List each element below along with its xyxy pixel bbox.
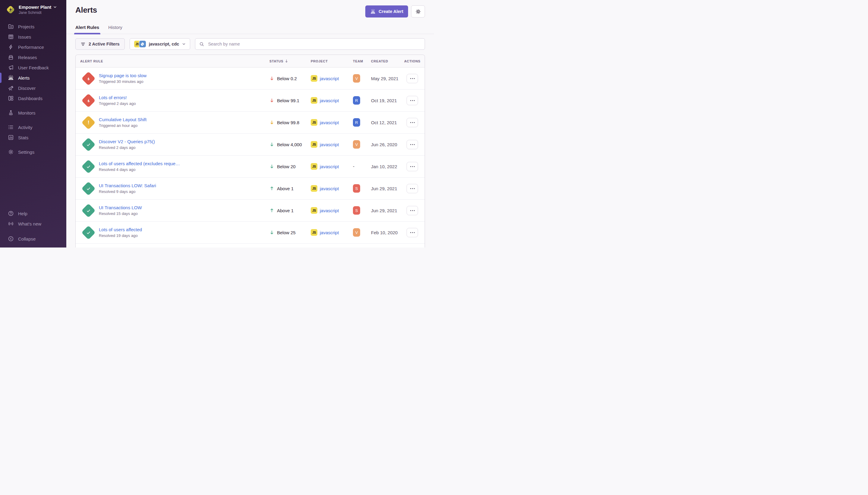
tab-alert-rules[interactable]: Alert Rules (75, 22, 99, 34)
team-avatar: S (353, 206, 360, 215)
javascript-badge-icon: JS (311, 75, 317, 82)
sidebar-item-label: Issues (18, 34, 31, 39)
alert-rule-detail: Triggered 2 days ago (99, 101, 136, 106)
alert-rule-link[interactable]: Lots of errors! (99, 95, 136, 100)
resolved-status-icon (81, 182, 96, 195)
row-actions-button[interactable] (406, 96, 418, 105)
sidebar-item-projects[interactable]: Projects (0, 21, 66, 32)
row-actions-button[interactable] (406, 184, 418, 193)
resolved-status-icon (81, 204, 96, 218)
status-value: Above 1 (277, 208, 294, 213)
sidebar-item-label: Stats (18, 135, 28, 140)
project-selector[interactable]: JS javascript, cdc (129, 38, 190, 50)
monitors-icon (8, 110, 14, 116)
project-link[interactable]: javascript (320, 208, 339, 213)
trend-up-icon (270, 208, 274, 213)
alert-rule-link[interactable]: UI Transactions LOW: Safari (99, 183, 156, 188)
trend-down-icon (270, 98, 274, 103)
tab-history[interactable]: History (108, 22, 122, 34)
releases-icon (8, 54, 14, 60)
create-alert-label: Create Alert (379, 9, 403, 14)
project-link[interactable]: javascript (320, 76, 339, 81)
settings-icon (8, 149, 14, 155)
alert-rule-link[interactable]: Discover V2 - Queries p75() (99, 139, 155, 144)
python-badge-icon (139, 41, 146, 47)
alert-rule-link[interactable]: Lots of users affected (99, 227, 142, 232)
search-input[interactable] (207, 41, 421, 47)
javascript-badge-icon: JS (311, 141, 317, 148)
column-alert-rule: Alert Rule (76, 59, 270, 63)
column-status-sort[interactable]: Status (270, 59, 311, 63)
row-actions-button[interactable] (406, 206, 418, 215)
row-actions-button[interactable] (406, 118, 418, 127)
sidebar-item-what-s-new[interactable]: What's new (0, 219, 66, 229)
activity-icon (8, 124, 14, 130)
project-link[interactable]: javascript (320, 142, 339, 147)
alert-rule-link[interactable]: Lots of users affected (excludes reque… (99, 161, 180, 166)
alert-rule-detail: Resolved 4 days ago (99, 167, 180, 172)
search-icon (199, 41, 204, 47)
project-link[interactable]: javascript (320, 98, 339, 103)
alert-rule-row: Discover V2 - Queries p75() Resolved 2 d… (76, 134, 425, 156)
tab-bar: Alert RulesHistory (66, 22, 434, 34)
sidebar-collapse-button[interactable]: Collapse (0, 234, 66, 244)
sidebar-item-stats[interactable]: Stats (0, 132, 66, 142)
active-filters-button[interactable]: 2 Active Filters (75, 38, 125, 50)
collapse-icon (8, 236, 14, 242)
sidebar-item-monitors[interactable]: Monitors (0, 108, 66, 118)
sidebar-item-label: Alerts (18, 75, 30, 81)
row-actions-button[interactable] (406, 140, 418, 149)
alert-rule-row: UI Transactions LOW Resolved 15 days ago… (76, 200, 425, 222)
sidebar-item-label: Projects (18, 24, 34, 29)
resolved-status-icon (81, 159, 96, 174)
sidebar-nav: ProjectsIssuesPerformanceReleasesUser Fe… (0, 19, 66, 157)
trend-down-icon (270, 142, 274, 147)
sidebar-item-alerts[interactable]: Alerts (0, 73, 66, 83)
trend-down-icon (270, 164, 274, 169)
alert-rule-link[interactable]: UI Transactions LOW (99, 205, 142, 210)
created-date: Jun 29, 2021 (371, 186, 404, 191)
sidebar-item-user-feedback[interactable]: User Feedback (0, 63, 66, 73)
sidebar-item-discover[interactable]: Discover (0, 83, 66, 93)
alert-rule-link[interactable]: Signup page is too slow (99, 73, 146, 78)
sidebar-item-activity[interactable]: Activity (0, 122, 66, 132)
sidebar-item-issues[interactable]: Issues (0, 32, 66, 42)
sidebar-item-label: Discover (18, 86, 36, 91)
sidebar-item-performance[interactable]: Performance (0, 42, 66, 52)
created-date: Jun 29, 2021 (371, 208, 404, 213)
sidebar-item-label: Activity (18, 125, 33, 130)
status-value: Below 25 (277, 230, 296, 235)
javascript-badge-icon: JS (311, 207, 317, 214)
page-header: Alerts Create Alert (66, 0, 434, 17)
team-avatar: V (353, 140, 360, 149)
alert-settings-button[interactable] (411, 5, 425, 17)
org-switcher[interactable]: Empower Plant Jane Schmidt (0, 0, 66, 19)
sort-desc-icon (284, 59, 289, 63)
row-actions-button[interactable] (406, 228, 418, 237)
project-link[interactable]: javascript (320, 120, 339, 125)
sidebar-item-settings[interactable]: Settings (0, 147, 66, 157)
alerts-icon (8, 75, 14, 81)
page-title: Alerts (75, 5, 97, 15)
javascript-badge-icon: JS (311, 119, 317, 126)
team-avatar: R (353, 118, 360, 126)
alert-rule-row: Lots of users affected Resolved 19 days … (76, 222, 425, 243)
row-actions-button[interactable] (406, 162, 418, 171)
discover-icon (8, 85, 14, 91)
project-link[interactable]: javascript (320, 230, 339, 235)
sidebar: Empower Plant Jane Schmidt ProjectsIssue… (0, 0, 66, 248)
filter-bar: 2 Active Filters JS javascript, cdc (66, 34, 434, 50)
javascript-badge-icon: JS (311, 163, 317, 170)
row-actions-button[interactable] (406, 74, 418, 83)
sidebar-item-help[interactable]: Help (0, 208, 66, 219)
project-link[interactable]: javascript (320, 186, 339, 191)
siren-icon (370, 9, 376, 15)
created-date: Feb 10, 2020 (371, 230, 404, 235)
stats-icon (8, 134, 14, 140)
sidebar-item-releases[interactable]: Releases (0, 52, 66, 63)
critical-status-icon (81, 93, 96, 108)
project-link[interactable]: javascript (320, 164, 339, 169)
create-alert-button[interactable]: Create Alert (365, 5, 408, 17)
alert-rule-link[interactable]: Cumulative Layout Shift (99, 117, 146, 122)
sidebar-item-dashboards[interactable]: Dashboards (0, 93, 66, 103)
